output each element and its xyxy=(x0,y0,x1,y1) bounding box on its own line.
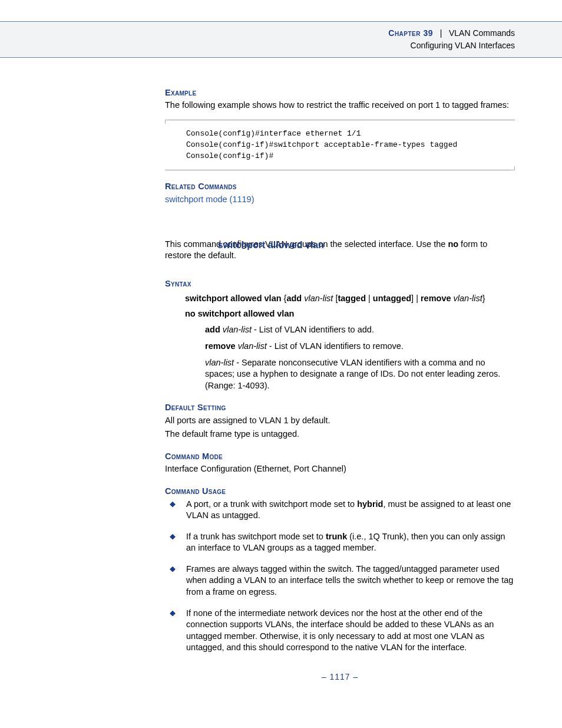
header-line-1: Chapter 39 | VLAN Commands xyxy=(0,28,515,39)
chapter-label: Chapter 39 xyxy=(388,28,433,38)
syntax-heading: Syntax xyxy=(165,278,515,290)
syntax-bracket-close: ] | xyxy=(411,294,421,303)
syntax-add: add xyxy=(286,294,302,303)
example-heading: Example xyxy=(165,87,515,99)
usage-list: A port, or a trunk with switchport mode … xyxy=(165,499,515,654)
syntax-pipe: | xyxy=(366,294,373,303)
param-remove-arg: vlan-list xyxy=(238,341,267,351)
usage-item-3: Frames are always tagged within the swit… xyxy=(165,564,515,598)
related-commands-heading: Related Commands xyxy=(165,181,515,193)
syntax-cmd: switchport allowed vlan xyxy=(185,294,282,303)
usage1-a: A port, or a trunk with switchport mode … xyxy=(186,499,357,509)
param-add-name: add xyxy=(205,325,220,334)
usage1-b: hybrid xyxy=(357,499,383,509)
param-add-arg: vlan-list xyxy=(223,325,252,334)
page-content: Example The following example shows how … xyxy=(0,58,562,706)
param-add: add vlan-list - List of VLAN identifiers… xyxy=(205,324,515,336)
header-separator: | xyxy=(435,28,447,38)
syntax-line-2: no switchport allowed vlan xyxy=(185,308,515,320)
syntax-line-1: switchport allowed vlan {add vlan-list [… xyxy=(185,293,515,305)
usage-item-2: If a trunk has switchport mode set to tr… xyxy=(165,531,515,554)
param-remove-desc: - List of VLAN identifiers to remove. xyxy=(267,341,404,351)
command-switchport-allowed-vlan: switchport allowed vlan This command con… xyxy=(165,239,515,654)
param-remove: remove vlan-list - List of VLAN identifi… xyxy=(205,341,515,353)
syntax-tagged: tagged xyxy=(338,294,366,303)
usage-item-4: If none of the intermediate network devi… xyxy=(165,608,515,654)
param-vlanlist-desc: - Separate nonconsecutive VLAN identifie… xyxy=(205,358,500,390)
syntax-brace-close: } xyxy=(482,294,485,303)
desc-bold-no: no xyxy=(448,239,458,249)
command-name-sidehead: switchport allowed vlan xyxy=(165,239,324,252)
default-text-2: The default frame type is untagged. xyxy=(165,429,515,440)
syntax-vlanlist1: vlan-list xyxy=(304,294,333,303)
syntax-untagged: untagged xyxy=(373,294,411,303)
code-example: Console(config)#interface ethernet 1/1 C… xyxy=(165,120,515,171)
param-remove-name: remove xyxy=(205,341,236,351)
header-subtitle: Configuring VLAN Interfaces xyxy=(0,40,515,51)
usage-item-1: A port, or a trunk with switchport mode … xyxy=(165,499,515,522)
usage2-b: trunk xyxy=(326,532,347,541)
command-mode-heading: Command Mode xyxy=(165,451,515,463)
default-setting-heading: Default Setting xyxy=(165,402,515,414)
page-number: – 1117 – xyxy=(165,671,515,683)
example-description: The following example shows how to restr… xyxy=(165,100,515,111)
related-command-link[interactable]: switchport mode (1119) xyxy=(165,195,254,204)
chapter-title: VLAN Commands xyxy=(449,28,515,38)
syntax-vlanlist2: vlan-list xyxy=(454,294,482,303)
syntax-remove: remove xyxy=(421,294,451,303)
param-vlanlist: vlan-list - Separate nonconsecutive VLAN… xyxy=(205,357,515,392)
usage2-a: If a trunk has switchport mode set to xyxy=(186,532,326,541)
command-usage-heading: Command Usage xyxy=(165,486,515,498)
param-add-desc: - List of VLAN identifiers to add. xyxy=(252,325,374,334)
page-header: Chapter 39 | VLAN Commands Configuring V… xyxy=(0,21,562,58)
param-vlanlist-arg: vlan-list xyxy=(205,358,234,367)
command-mode-text: Interface Configuration (Ethernet, Port … xyxy=(165,463,515,475)
default-text-1: All ports are assigned to VLAN 1 by defa… xyxy=(165,415,515,427)
